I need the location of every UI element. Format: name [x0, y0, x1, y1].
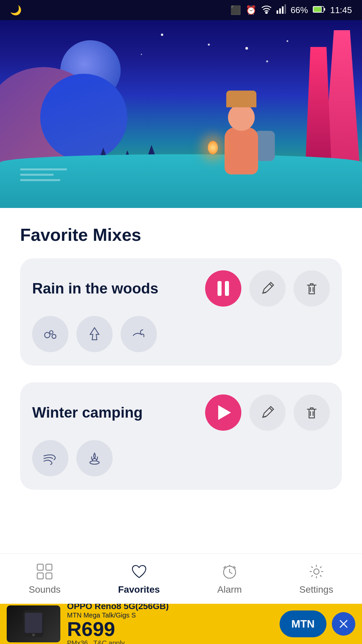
sound-chip-trees[interactable]: [76, 316, 113, 352]
char-head: [228, 104, 255, 131]
svg-point-22: [32, 634, 35, 636]
pause-icon: [218, 281, 229, 296]
sound-chips-1: [32, 316, 330, 352]
nav-item-sounds[interactable]: Sounds: [19, 559, 71, 598]
signal-icon: [277, 4, 286, 16]
pause-button-1[interactable]: [205, 270, 241, 307]
svg-marker-11: [90, 328, 99, 340]
svg-rect-13: [37, 564, 43, 570]
sound-chip-campfire[interactable]: [76, 440, 113, 476]
svg-rect-1: [277, 10, 278, 14]
moon-icon: 🌙: [10, 5, 22, 16]
status-bar: 🌙 ⬛ ⏰ 66%: [0, 0, 362, 20]
ad-product-image: [7, 605, 60, 642]
svg-rect-16: [46, 573, 52, 579]
hero-character: [208, 74, 275, 174]
alarm-icon: [221, 563, 238, 580]
ad-terms: PMx36 T&C apply: [67, 639, 274, 644]
edit-button-2[interactable]: [249, 394, 286, 431]
time: 11:45: [330, 5, 352, 15]
wifi-icon: [261, 4, 272, 16]
svg-rect-21: [25, 613, 42, 633]
mix-title-1: Rain in the woods: [32, 280, 197, 297]
edit-button-1[interactable]: [249, 270, 286, 307]
delete-button-2[interactable]: [294, 394, 330, 431]
sim-icon: ⬛: [230, 5, 241, 15]
sound-chip-bubbles[interactable]: [32, 316, 68, 352]
mix-card-winter-camping: Winter camping: [20, 382, 342, 490]
alarm-status-icon: ⏰: [246, 5, 256, 15]
mix-card-header-1: Rain in the woods: [32, 270, 330, 307]
battery-percent: 66%: [291, 5, 308, 15]
delete-button-1[interactable]: [294, 270, 330, 307]
ad-text-area: OPPO Reno8 5G(256GB) MTN Mega Talk/Gigs …: [67, 604, 274, 644]
hero-water: [0, 154, 362, 208]
sound-chip-wind[interactable]: [32, 440, 68, 476]
hero-spike-2: [305, 47, 332, 174]
svg-rect-4: [285, 4, 286, 14]
svg-point-10: [52, 334, 56, 338]
svg-rect-14: [46, 564, 52, 570]
nav-label-alarm: Alarm: [217, 584, 242, 595]
nav-label-favorites: Favorites: [118, 584, 160, 595]
svg-rect-6: [313, 7, 321, 12]
sounds-icon: [36, 563, 53, 580]
close-icon: [338, 618, 350, 630]
battery-icon: [313, 5, 325, 15]
nav-label-settings: Settings: [299, 584, 333, 595]
settings-icon: [308, 563, 325, 580]
favorites-icon: [130, 563, 148, 580]
nav-item-alarm[interactable]: Alarm: [207, 559, 252, 598]
section-title-favorite-mixes: Favorite Mixes: [20, 225, 342, 245]
svg-point-8: [45, 332, 50, 338]
svg-rect-15: [37, 573, 43, 579]
char-body: [225, 127, 258, 174]
play-button-2[interactable]: [205, 394, 241, 431]
char-hat: [226, 91, 256, 107]
play-icon: [218, 405, 231, 420]
svg-point-12: [90, 461, 99, 464]
svg-point-9: [50, 331, 53, 334]
ad-brand: OPPO Reno8 5G(256GB): [67, 604, 274, 611]
char-lantern: [208, 141, 218, 154]
hero-illustration: [0, 20, 362, 208]
mix-card-rain-in-the-woods: Rain in the woods: [20, 258, 342, 366]
mix-card-header-2: Winter camping: [32, 394, 330, 431]
status-bar-left: 🌙: [10, 5, 22, 16]
mix-title-2: Winter camping: [32, 404, 197, 421]
nav-item-settings[interactable]: Settings: [289, 559, 343, 598]
ad-banner: OPPO Reno8 5G(256GB) MTN Mega Talk/Gigs …: [0, 604, 362, 644]
nav-label-sounds: Sounds: [29, 584, 61, 595]
svg-rect-3: [282, 6, 284, 14]
main-content: Favorite Mixes Rain in the woods: [0, 208, 362, 517]
ad-close-button[interactable]: [332, 612, 355, 636]
svg-rect-2: [279, 8, 281, 14]
sound-chip-bird[interactable]: [121, 316, 157, 352]
status-bar-right: ⬛ ⏰ 66%: [230, 4, 352, 16]
svg-point-19: [314, 569, 319, 574]
ad-carrier-logo: MTN: [280, 610, 326, 637]
bottom-nav: Sounds Favorites Alarm Settings: [0, 553, 362, 604]
nav-item-favorites[interactable]: Favorites: [108, 559, 170, 598]
ad-price: R699: [67, 619, 274, 639]
svg-point-0: [265, 12, 267, 13]
sound-chips-2: [32, 440, 330, 476]
